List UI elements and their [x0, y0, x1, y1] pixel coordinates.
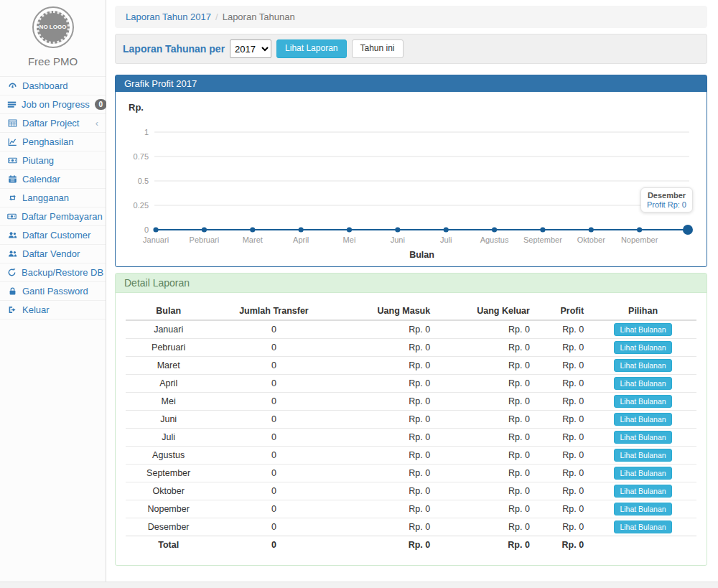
sidebar-item-daftar-project[interactable]: Daftar Project‹: [0, 114, 106, 133]
year-select[interactable]: 2017: [230, 39, 271, 58]
lihat-bulanan-button[interactable]: Lihat Bulanan: [614, 449, 671, 462]
lihat-bulanan-button[interactable]: Lihat Bulanan: [614, 413, 671, 426]
breadcrumb: Laporan Tahun 2017/Laporan Tahunan: [115, 6, 707, 28]
chart-line-icon: [7, 137, 17, 146]
svg-text:1: 1: [144, 128, 149, 136]
sidebar-item-keluar[interactable]: Keluar: [0, 301, 106, 319]
svg-text:Oktober: Oktober: [577, 235, 605, 244]
tooltip-title: Desember: [647, 191, 686, 200]
column-header-profit: Profit: [536, 302, 589, 320]
cell-bulan: Desember: [126, 518, 211, 536]
cell-profit: Rp. 0: [536, 447, 589, 465]
cell-masuk: Rp. 0: [337, 429, 437, 447]
table-row: April0Rp. 0Rp. 0Rp. 0Lihat Bulanan: [126, 375, 696, 393]
brand-name: Free PMO: [0, 51, 106, 76]
sidebar-item-daftar-vendor[interactable]: Daftar Vendor: [0, 245, 106, 263]
cell-masuk: Rp. 0: [337, 500, 437, 518]
cell-profit: Rp. 0: [536, 465, 589, 482]
cell-masuk: Rp. 0: [337, 447, 437, 465]
sidebar-item-penghasilan[interactable]: Penghasilan: [0, 133, 106, 151]
cell-action: Lihat Bulanan: [589, 482, 696, 500]
cell-profit: Rp. 0: [536, 518, 589, 536]
sidebar-item-label: Langganan: [22, 192, 98, 203]
cell-jumlah: 0: [211, 320, 336, 339]
lihat-laporan-button[interactable]: Lihat Laporan: [276, 39, 346, 58]
lihat-bulanan-button[interactable]: Lihat Bulanan: [614, 359, 671, 372]
cell-action: Lihat Bulanan: [589, 375, 696, 393]
cell-keluar: Rp. 0: [436, 429, 536, 447]
sidebar-item-ganti-password[interactable]: Ganti Password: [0, 282, 106, 301]
total-profit: Rp. 0: [536, 536, 589, 554]
cell-keluar: Rp. 0: [436, 500, 536, 518]
profit-line-chart[interactable]: Rp.00.250.50.751JanuariPebruariMaretApri…: [123, 98, 699, 262]
svg-text:0: 0: [144, 225, 149, 234]
table-row: Juni0Rp. 0Rp. 0Rp. 0Lihat Bulanan: [126, 411, 696, 429]
cell-keluar: Rp. 0: [436, 518, 536, 536]
sidebar-item-langganan[interactable]: Langganan: [0, 189, 106, 207]
sidebar-item-dashboard[interactable]: Dashboard: [0, 77, 106, 95]
total-masuk: Rp. 0: [337, 536, 437, 554]
cell-jumlah: 0: [211, 357, 336, 375]
svg-text:Juni: Juni: [391, 235, 405, 244]
lihat-bulanan-button[interactable]: Lihat Bulanan: [614, 395, 671, 408]
lihat-bulanan-button[interactable]: Lihat Bulanan: [614, 377, 671, 390]
breadcrumb-link[interactable]: Laporan Tahun 2017: [126, 11, 211, 22]
page-footer: Powered by Free PMO, and developed with …: [0, 582, 718, 588]
table-row: Juli0Rp. 0Rp. 0Rp. 0Lihat Bulanan: [126, 429, 696, 447]
sidebar-item-label: Dashboard: [22, 80, 98, 91]
cell-action: Lihat Bulanan: [589, 429, 696, 447]
chart-tooltip: Desember Profit Rp: 0: [640, 187, 693, 213]
cell-action: Lihat Bulanan: [589, 357, 696, 375]
svg-text:Agustus: Agustus: [480, 235, 509, 244]
cell-keluar: Rp. 0: [436, 320, 536, 339]
lihat-bulanan-button[interactable]: Lihat Bulanan: [614, 521, 671, 533]
lihat-bulanan-button[interactable]: Lihat Bulanan: [614, 431, 671, 444]
svg-text:0.75: 0.75: [134, 152, 149, 161]
cell-action: Lihat Bulanan: [589, 393, 696, 411]
cell-bulan: Nopember: [126, 500, 211, 518]
count-badge: 0: [95, 99, 107, 110]
sidebar-item-daftar-pembayaran[interactable]: Daftar Pembayaran: [0, 207, 106, 226]
cell-keluar: Rp. 0: [436, 375, 536, 393]
users-icon: [7, 249, 17, 258]
sidebar-item-calendar[interactable]: Calendar: [0, 170, 106, 189]
cell-action: Lihat Bulanan: [589, 339, 696, 357]
column-header-uang-keluar: Uang Keluar: [436, 302, 536, 320]
cell-bulan: Agustus: [126, 447, 211, 465]
lihat-bulanan-button[interactable]: Lihat Bulanan: [614, 323, 671, 336]
svg-text:Pebruari: Pebruari: [190, 235, 220, 244]
calendar-icon: [7, 174, 17, 184]
lihat-bulanan-button[interactable]: Lihat Bulanan: [614, 485, 671, 498]
cell-keluar: Rp. 0: [436, 339, 536, 357]
svg-text:Nopember: Nopember: [621, 235, 658, 244]
cell-action: Lihat Bulanan: [589, 465, 696, 482]
lihat-bulanan-button[interactable]: Lihat Bulanan: [614, 467, 671, 480]
tahun-ini-button[interactable]: Tahun ini: [352, 39, 404, 58]
profit-chart-panel: Grafik Profit 2017 Rp.00.250.50.751Janua…: [115, 75, 707, 267]
detail-table: BulanJumlah TransferUang MasukUang Kelua…: [126, 302, 696, 554]
sidebar-item-backup-restore-db[interactable]: Backup/Restore DB: [0, 263, 106, 282]
chevron-left-icon: ‹: [95, 118, 98, 129]
lihat-bulanan-button[interactable]: Lihat Bulanan: [614, 341, 671, 354]
sidebar-item-label: Piutang: [22, 155, 98, 166]
cell-keluar: Rp. 0: [436, 465, 536, 482]
lihat-bulanan-button[interactable]: Lihat Bulanan: [614, 503, 671, 515]
column-header-jumlah-transfer: Jumlah Transfer: [211, 302, 336, 320]
total-row: Total0Rp. 0Rp. 0Rp. 0: [126, 536, 696, 554]
sidebar-item-label: Ganti Password: [22, 286, 98, 297]
total-bulan: Total: [126, 536, 211, 554]
sidebar-item-piutang[interactable]: Piutang: [0, 151, 106, 170]
repeat-icon: [7, 193, 17, 202]
cell-profit: Rp. 0: [536, 482, 589, 500]
sidebar-item-label: Daftar Project: [22, 118, 90, 129]
cell-jumlah: 0: [211, 393, 336, 411]
refresh-icon: [7, 268, 17, 277]
cell-jumlah: 0: [211, 375, 336, 393]
breadcrumb-separator: /: [215, 11, 218, 22]
breadcrumb-current: Laporan Tahunan: [223, 11, 295, 22]
cell-masuk: Rp. 0: [337, 375, 437, 393]
sidebar-item-daftar-customer[interactable]: Daftar Customer: [0, 226, 106, 245]
svg-text:April: April: [293, 235, 309, 244]
sidebar-item-job-on-progress[interactable]: Job on Progress0: [0, 95, 106, 114]
cell-masuk: Rp. 0: [337, 465, 437, 482]
